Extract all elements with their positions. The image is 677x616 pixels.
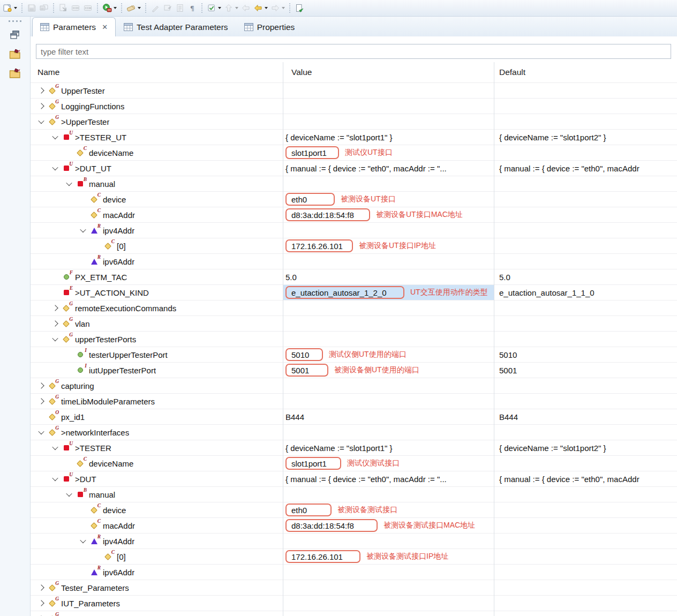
new-wizard-button[interactable] [2,2,18,14]
tree-row[interactable]: Ripv6Addr [31,565,677,580]
tree-row[interactable]: CdeviceNameslot1port1测试仪UT接口 [31,145,677,161]
tree-row[interactable]: C[0]172.16.26.101被测设备UT接口IP地址 [31,238,677,254]
expand-toggle[interactable] [36,384,47,388]
nav-up-button[interactable] [223,2,239,14]
value-cell[interactable] [283,565,494,580]
open-folder-red-button[interactable] [9,67,21,80]
tab-properties[interactable]: Properties [236,17,303,36]
column-header-value[interactable]: Value [283,67,494,77]
expand-toggle[interactable] [50,321,61,326]
tree-row[interactable]: U>TESTER{ deviceName := "slot1port1" }{ … [31,440,677,456]
tree-row[interactable]: Ripv4Addr [31,534,677,549]
expand-toggle[interactable] [50,166,61,170]
expand-toggle[interactable] [50,135,61,139]
column-header-default[interactable]: Default [494,67,677,77]
value-cell[interactable]: d8:3a:dd:18:54:f8被测设备UT接口MAC地址 [283,207,494,222]
expand-toggle[interactable] [50,337,61,341]
expand-toggle[interactable] [78,539,88,543]
tree-row[interactable]: FPX_ETM_TAC5.05.0 [31,269,677,285]
tab-parameters[interactable]: Parameters [32,17,116,36]
tree-row[interactable]: Ripv4Addr [31,223,677,238]
tree-row[interactable]: GupperTesterPorts [31,332,677,347]
value-cell[interactable] [283,114,494,129]
expand-toggle[interactable] [36,430,47,434]
expand-toggle[interactable] [64,182,74,186]
save-button[interactable] [26,2,37,14]
value-cell[interactable] [283,611,494,616]
tree-row[interactable]: G>UpperTester [31,114,677,130]
value-cell[interactable]: 5.0 [283,269,494,284]
value-cell[interactable]: eth0被测设备测试接口 [283,502,494,517]
tree-row[interactable]: U>DUT{ manual := { device := "eth0", mac… [31,471,677,487]
restore-view-button[interactable] [9,28,21,41]
value-cell[interactable] [283,83,494,98]
open-folder-red-button[interactable] [9,48,21,61]
tree-row[interactable]: G>networkInterfaces [31,425,677,440]
nav-forward-button[interactable] [269,2,286,14]
value-cell[interactable]: { manual := { device := "eth0", macAddr … [283,161,494,176]
close-icon[interactable] [102,24,108,31]
nav-back-active-button[interactable] [252,2,269,14]
value-cell[interactable]: 5010测试仪侧UT使用的端口 [283,347,494,362]
expand-toggle[interactable] [78,228,88,232]
value-cell[interactable] [283,580,494,595]
dropdown-caret-icon[interactable] [265,7,268,9]
outline-button[interactable] [174,2,186,14]
run-debug-button[interactable] [101,2,118,14]
tree-row[interactable]: ItesterUpperTesterPort5010测试仪侧UT使用的端口501… [31,347,677,363]
eraser-button[interactable] [125,2,142,14]
expand-toggle[interactable] [50,306,61,310]
tree-row[interactable]: GCommon [31,611,677,616]
value-cell[interactable] [283,301,494,315]
column-divider[interactable] [494,62,494,616]
tree-row[interactable]: Gvlan [31,316,677,332]
value-cell[interactable] [283,394,494,409]
pen-button[interactable] [149,2,161,14]
value-cell[interactable]: 5001被测设备侧UT使用的端口 [283,363,494,378]
filter-input[interactable] [36,44,671,59]
value-cell[interactable] [283,425,494,440]
tree-row[interactable]: GIUT_Parameters [31,596,677,611]
pilcrow-button[interactable]: ¶ [186,2,198,14]
tree-row[interactable]: C[0]172.16.26.101被测设备测试接口IP地址 [31,549,677,565]
value-cell[interactable] [283,176,494,191]
value-cell[interactable] [283,596,494,611]
value-cell[interactable]: e_utaction_autosar_1_2_0UT交互使用动作的类型 [283,285,494,300]
value-cell[interactable] [283,223,494,238]
tree-row[interactable]: U>DUT_UT{ manual := { device := "eth0", … [31,161,677,176]
value-cell[interactable] [283,534,494,549]
view-grip-icon[interactable] [9,19,21,22]
column-divider[interactable] [283,62,283,616]
expand-toggle[interactable] [50,446,61,450]
tree-row[interactable]: Ripv6Addr [31,254,677,269]
dropdown-caret-icon[interactable] [218,7,221,9]
tree-row[interactable]: GTester_Parameters [31,580,677,596]
dropdown-caret-icon[interactable] [114,7,117,9]
tree-row[interactable]: E>UT_ACTION_KINDe_utaction_autosar_1_2_0… [31,285,677,301]
value-cell[interactable] [283,99,494,114]
tree-row[interactable]: Opx_id1B444B444 [31,409,677,425]
apply-patch-button[interactable] [57,2,69,14]
task-check-button[interactable] [206,2,222,14]
value-cell[interactable] [283,487,494,502]
nav-back-button[interactable] [240,2,252,14]
tree-row[interactable]: IiutUpperTesterPort5001被测设备侧UT使用的端口5001 [31,363,677,378]
tree-row[interactable]: CmacAddrd8:3a:dd:18:54:f8被测设备测试接口MAC地址 [31,518,677,534]
value-cell[interactable]: slot1port1测试仪UT接口 [283,145,494,160]
value-cell[interactable]: 172.16.26.101被测设备UT接口IP地址 [283,238,494,253]
expand-toggle[interactable] [50,477,61,481]
tree-row[interactable]: CmacAddrd8:3a:dd:18:54:f8被测设备UT接口MAC地址 [31,207,677,223]
tree-row[interactable]: Bmanual [31,176,677,192]
value-cell[interactable] [283,316,494,331]
dropdown-caret-icon[interactable] [282,7,285,9]
tree-row[interactable]: GUpperTester [31,83,677,99]
dropdown-caret-icon[interactable] [138,7,141,9]
value-cell[interactable] [283,254,494,269]
expand-toggle[interactable] [36,585,47,590]
tree-row[interactable]: U>TESTER_UT{ deviceName := "slot1port1" … [31,130,677,145]
value-cell[interactable]: { deviceName := "slot1port1" } [283,130,494,145]
expand-toggle[interactable] [36,399,47,403]
value-cell[interactable]: eth0被测设备UT接口 [283,192,494,207]
value-cell[interactable]: { manual := { device := "eth0", macAddr … [283,471,494,486]
value-cell[interactable]: slot1port1测试仪测试接口 [283,456,494,471]
